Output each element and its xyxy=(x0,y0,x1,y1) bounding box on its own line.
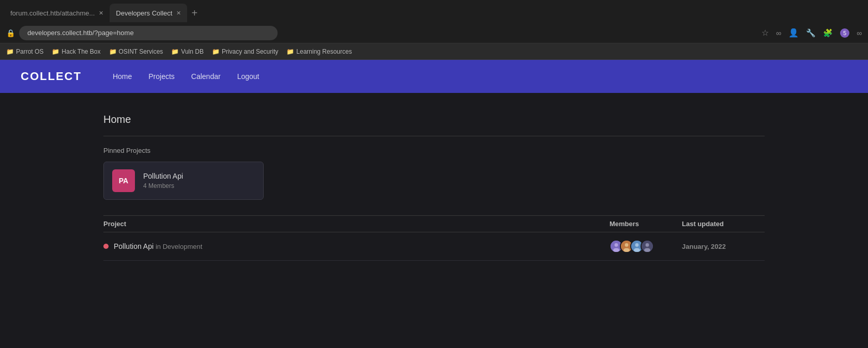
reader-mode-icon[interactable]: ∞ xyxy=(776,29,781,37)
row-members-cell xyxy=(610,240,682,253)
tab-forum[interactable]: forum.collect.htb/attachme... ✕ xyxy=(4,4,110,22)
notification-badge: 5 xyxy=(840,28,849,38)
tab-forum-close-icon[interactable]: ✕ xyxy=(99,10,103,17)
folder-icon: 📁 xyxy=(286,48,294,55)
tab-developers-label: Developers Collect xyxy=(116,9,172,17)
nav-links: Home Projects Calendar Logout xyxy=(113,72,260,81)
folder-icon: 📁 xyxy=(109,48,117,55)
projects-table: Project Members Last updated Pollution A… xyxy=(103,215,765,261)
page-title: Home xyxy=(103,114,765,125)
nav-calendar[interactable]: Calendar xyxy=(191,72,221,81)
nav-home[interactable]: Home xyxy=(113,72,132,81)
account-icon[interactable]: 👤 xyxy=(788,28,799,38)
bookmarks-bar: 📁 Parrot OS 📁 Hack The Box 📁 OSINT Servi… xyxy=(0,43,868,60)
bookmark-star-icon[interactable]: ☆ xyxy=(762,28,769,38)
address-bar: 🔒 ☆ ∞ 👤 🔧 🧩 5 ∞ xyxy=(0,23,868,43)
svg-point-5 xyxy=(623,248,630,252)
svg-point-8 xyxy=(634,248,640,252)
folder-icon: 📁 xyxy=(171,48,179,55)
svg-point-4 xyxy=(625,243,629,247)
app-nav: COLLECT Home Projects Calendar Logout xyxy=(0,60,868,93)
url-input[interactable] xyxy=(19,26,278,40)
bookmark-osint[interactable]: 📁 OSINT Services xyxy=(109,48,163,55)
col-header-updated: Last updated xyxy=(682,220,765,228)
bookmark-learning[interactable]: 📁 Learning Resources xyxy=(286,48,352,55)
pinned-card-pollution-api[interactable]: PA Pollution Api 4 Members xyxy=(103,162,264,200)
project-avatar-pa: PA xyxy=(112,169,135,192)
folder-icon: 📁 xyxy=(52,48,59,55)
bookmark-vulndb[interactable]: 📁 Vuln DB xyxy=(171,48,204,55)
bookmark-privacy[interactable]: 📁 Privacy and Security xyxy=(212,48,278,55)
browser-chrome: forum.collect.htb/attachme... ✕ Develope… xyxy=(0,0,868,60)
bookmark-parrot-os[interactable]: 📁 Parrot OS xyxy=(6,48,43,55)
security-icon: 🔒 xyxy=(6,29,15,37)
status-dot-active xyxy=(103,244,109,249)
bookmark-hackthebox[interactable]: 📁 Hack The Box xyxy=(52,48,100,55)
project-name-link[interactable]: Pollution Api xyxy=(114,242,154,250)
tools-icon[interactable]: 🔧 xyxy=(806,28,816,38)
table-row[interactable]: Pollution Api in Development xyxy=(103,232,765,261)
main-content: Home Pinned Projects PA Pollution Api 4 … xyxy=(0,93,868,281)
bookmark-hackthebox-label: Hack The Box xyxy=(62,48,100,55)
pinned-project-info: Pollution Api 4 Members xyxy=(143,172,183,189)
col-header-members: Members xyxy=(610,220,682,228)
title-divider xyxy=(103,136,765,136)
svg-point-1 xyxy=(615,243,618,247)
tab-developers[interactable]: Developers Collect ✕ xyxy=(110,4,187,22)
browser-toolbar-icons: ☆ ∞ 👤 🔧 🧩 5 ∞ xyxy=(762,28,862,38)
bookmark-osint-label: OSINT Services xyxy=(119,48,163,55)
bookmark-privacy-label: Privacy and Security xyxy=(222,48,278,55)
nav-projects[interactable]: Projects xyxy=(148,72,175,81)
bookmark-parrot-os-label: Parrot OS xyxy=(16,48,43,55)
project-link: Pollution Api in Development xyxy=(114,242,202,250)
avatar-4 xyxy=(641,240,654,253)
tab-developers-close-icon[interactable]: ✕ xyxy=(176,10,181,17)
nav-logout[interactable]: Logout xyxy=(237,72,260,81)
tab-forum-label: forum.collect.htb/attachme... xyxy=(10,9,95,17)
app-logo: COLLECT xyxy=(21,70,82,83)
pinned-project-name: Pollution Api xyxy=(143,172,183,180)
bookmark-vulndb-label: Vuln DB xyxy=(181,48,204,55)
menu-icon[interactable]: ∞ xyxy=(857,29,862,37)
svg-point-7 xyxy=(635,243,639,247)
tab-bar: forum.collect.htb/attachme... ✕ Develope… xyxy=(0,0,868,23)
project-status: in Development xyxy=(156,243,202,250)
bookmark-learning-label: Learning Resources xyxy=(296,48,352,55)
folder-icon: 📁 xyxy=(6,48,14,55)
folder-icon: 📁 xyxy=(212,48,220,55)
row-project-cell: Pollution Api in Development xyxy=(103,242,610,250)
pinned-project-members: 4 Members xyxy=(143,182,183,189)
table-header: Project Members Last updated xyxy=(103,215,765,232)
extensions-icon[interactable]: 🧩 xyxy=(823,28,833,38)
svg-point-2 xyxy=(613,248,619,252)
new-tab-button[interactable]: + xyxy=(191,7,197,19)
row-updated-cell: January, 2022 xyxy=(682,243,765,250)
svg-point-11 xyxy=(644,248,650,252)
svg-point-10 xyxy=(646,243,649,247)
pinned-projects-label: Pinned Projects xyxy=(103,147,765,154)
member-avatars xyxy=(610,240,654,253)
col-header-project: Project xyxy=(103,220,610,228)
